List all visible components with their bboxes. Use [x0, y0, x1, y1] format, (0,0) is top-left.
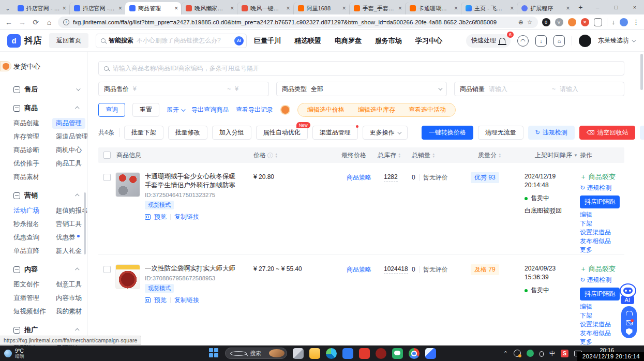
product-strategy-link[interactable]: 商品策略: [347, 173, 371, 182]
publish-similar-link[interactable]: 发布相似品: [580, 329, 624, 338]
taskbar-search[interactable]: 搜索: [225, 348, 287, 359]
sidebar-item-article-create[interactable]: 图文创作: [13, 280, 39, 289]
product-split-link[interactable]: ＋ 商品裂变: [580, 264, 624, 273]
price-range-filter[interactable]: 商品售价 ¥ ~ ¥: [98, 82, 269, 96]
sidebar-group-header-promotion[interactable]: 推广: [0, 324, 87, 336]
mail-app-icon[interactable]: [359, 348, 370, 359]
doudian-ip-button[interactable]: 抖店IP陪跑: [580, 288, 620, 300]
tab-close-icon[interactable]: ×: [63, 5, 66, 11]
sidebar-item-fulfillment[interactable]: 发货中心: [0, 60, 87, 77]
browser-tab[interactable]: 主页 - 飞书云文档×: [461, 2, 517, 14]
zoom-icon[interactable]: ⊕: [518, 19, 523, 26]
sort-icon[interactable]: ▲▼: [275, 153, 278, 158]
file-explorer-icon[interactable]: [309, 348, 320, 359]
start-button[interactable]: [209, 348, 219, 358]
doudian-logo[interactable]: d 抖店: [7, 34, 42, 48]
wechat-icon[interactable]: [392, 348, 403, 359]
more-operations-button[interactable]: 更多操作: [363, 126, 408, 140]
preview-link[interactable]: 预览: [154, 213, 167, 221]
product-type-filter[interactable]: 商品类型 全部: [276, 82, 447, 96]
copy-link[interactable]: 复制链接: [174, 296, 199, 305]
browser-profile-avatar[interactable]: [620, 18, 628, 26]
maximize-button[interactable]: □: [607, 4, 625, 10]
sidebar-item-chaozhigou[interactable]: 超值购报名: [56, 206, 88, 215]
violation-check-link[interactable]: ↻ 违规检测: [580, 276, 624, 284]
tab-close-icon[interactable]: ×: [342, 5, 346, 11]
view-selected-activity-button[interactable]: 查看选中活动: [409, 106, 446, 114]
nav-qianchuan[interactable]: 巨量千川: [254, 36, 281, 46]
preview-link[interactable]: 预览: [154, 296, 167, 305]
offshelf-link[interactable]: 下架: [580, 311, 624, 320]
browser-tab[interactable]: 扩展程序×: [517, 2, 573, 14]
keyword-input[interactable]: [113, 65, 619, 72]
product-strategy-link[interactable]: 商品策略: [347, 265, 371, 274]
row-checkbox[interactable]: [103, 174, 111, 181]
new-tab-button[interactable]: +: [575, 2, 586, 13]
sort-icon[interactable]: ▲▼: [498, 153, 501, 158]
address-bar[interactable]: i fxg.jinritemai.com/ffa/g/list?btm_ppre…: [58, 17, 538, 28]
sidebar-item-content-market[interactable]: 内容市场: [56, 294, 82, 303]
product-split-link[interactable]: ＋ 商品裂变: [580, 172, 624, 181]
sidebar-item-seckill[interactable]: 秒杀报名: [13, 220, 39, 229]
microphone-icon[interactable]: [540, 351, 544, 357]
back-home-button[interactable]: 返回首页: [49, 33, 88, 48]
tray-expand-icon[interactable]: ⌃: [503, 350, 508, 357]
sidebar-item-live-manage[interactable]: 直播管理: [13, 294, 39, 303]
edge-icon[interactable]: [326, 348, 337, 359]
shop-name-menu[interactable]: 东莱臻选坊: [598, 36, 635, 45]
sync-icon[interactable]: [514, 350, 521, 357]
violation-check-link[interactable]: ↻ 违规检测: [580, 184, 624, 192]
browser-tab[interactable]: 手套_手套批发_手×: [349, 2, 405, 14]
publish-similar-link[interactable]: 发布相似品: [580, 237, 624, 246]
x-extension-icon[interactable]: ✕: [581, 18, 589, 26]
qr-code-icon[interactable]: [145, 214, 151, 220]
sidebar-item-marketing-tools[interactable]: 营销工具: [56, 220, 82, 229]
price-min-input[interactable]: [141, 85, 161, 93]
puzzle-extension-icon[interactable]: [594, 18, 602, 26]
add-to-group-button[interactable]: 加入分组: [212, 126, 251, 140]
sidebar-item-product-manage[interactable]: 商品管理: [52, 118, 85, 129]
set-channel-link[interactable]: 设置渠道品: [580, 320, 624, 329]
quality-score-badge[interactable]: 优秀 93: [471, 172, 499, 183]
minimize-button[interactable]: –: [588, 4, 607, 10]
browser-tab[interactable]: 抖店官网 - 抖音小×: [13, 2, 69, 14]
wps-icon[interactable]: [342, 348, 353, 359]
sidebar-item-newbie-gift[interactable]: 新人礼金: [56, 247, 82, 255]
bookmark-star-icon[interactable]: ☆: [527, 19, 533, 26]
headset-icon[interactable]: ◠: [517, 35, 529, 47]
sidebar-item-price-push[interactable]: 优价推手: [13, 159, 39, 168]
sidebar-group-header-product[interactable]: 商品: [0, 102, 87, 114]
batch-modify-button[interactable]: 批量修改: [168, 126, 207, 140]
sort-desc-icon[interactable]: ▼: [574, 153, 578, 158]
browser-menu-icon[interactable]: ⋮: [633, 18, 640, 26]
more-link[interactable]: 更多: [580, 338, 624, 345]
edit-link[interactable]: 编辑: [580, 303, 624, 311]
stock-value[interactable]: 1282: [384, 173, 398, 182]
fox-assistant-float[interactable]: [0, 61, 11, 71]
sidebar-item-product-material[interactable]: 商品素材: [13, 173, 39, 182]
sales-range-filter[interactable]: 商品销量 ~: [454, 82, 624, 96]
tab-close-icon[interactable]: ×: [287, 5, 290, 11]
price-max-input[interactable]: [243, 85, 263, 93]
site-info-icon[interactable]: i: [63, 19, 69, 25]
quick-process-button[interactable]: 快速处理 6: [466, 34, 511, 48]
wechat-tray-icon[interactable]: [527, 350, 534, 357]
shop-avatar[interactable]: [579, 35, 591, 47]
sidebar-group-header-aftersale[interactable]: 售后: [0, 84, 87, 95]
sidebar-item-my-material[interactable]: 我的素材: [56, 307, 82, 316]
tab-search-chevron-icon[interactable]: ⌄: [3, 3, 12, 13]
sidebar-item-stock-manage[interactable]: 库存管理: [13, 132, 39, 141]
browser-tab[interactable]: 晚风一键下单 - 安×: [237, 2, 293, 14]
expand-button[interactable]: 展开: [167, 106, 184, 114]
empty-recycle-button[interactable]: ⌫清空回收站: [579, 126, 636, 140]
customer-service-icon[interactable]: [626, 311, 633, 315]
info-icon[interactable]: i: [267, 153, 273, 158]
sort-icon[interactable]: ▲▼: [432, 153, 435, 158]
convert-price-button[interactable]: 一键转换价格: [422, 126, 473, 140]
select-all-checkbox[interactable]: [103, 152, 111, 159]
sidebar-item-creative-tools[interactable]: 创意工具: [56, 280, 82, 289]
sidebar-item-channel-product[interactable]: 渠道品管理: [56, 132, 88, 141]
edit-selected-price-button[interactable]: 编辑选中价格: [307, 106, 345, 114]
downloads-icon[interactable]: ↓: [612, 18, 616, 26]
nav-xuexi[interactable]: 学习中心: [415, 36, 442, 46]
